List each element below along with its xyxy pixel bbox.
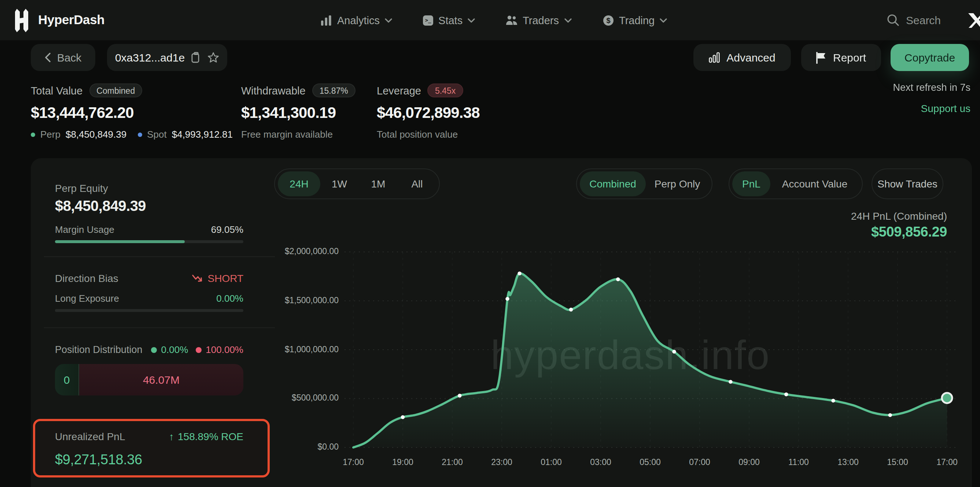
wallet-address-pill[interactable]: 0xa312...ad1e <box>107 44 227 71</box>
copytrade-button[interactable]: Copytrade <box>891 44 969 71</box>
support-us-link[interactable]: Support us <box>795 103 970 114</box>
pnl-current-marker[interactable] <box>942 393 952 403</box>
nav-item-traders[interactable]: Traders <box>506 14 571 26</box>
x-axis-tick-label: 01:00 <box>531 458 572 466</box>
top-nav: HyperDash Analytics >_ Stats <box>0 0 980 40</box>
x-axis-tick-label: 17:00 <box>926 458 967 466</box>
unrealized-pnl-label: Unrealized PnL <box>55 431 125 442</box>
nav-item-trading[interactable]: $ Trading <box>602 14 667 26</box>
pnl-point-marker <box>784 393 788 396</box>
advanced-chart-icon <box>709 52 720 63</box>
nav-item-analytics[interactable]: Analytics <box>321 14 392 26</box>
perp-label: Perp <box>40 129 60 140</box>
x-axis-tick-label: 13:00 <box>827 458 869 466</box>
perp-equity-value: $8,450,849.39 <box>55 198 146 214</box>
x-axis-tick-label: 07:00 <box>679 458 720 466</box>
toggle-perp-only[interactable]: Perp Only <box>646 171 709 196</box>
pnl-point-marker <box>505 297 509 301</box>
terminal-icon: >_ <box>423 15 433 25</box>
x-axis-tick-label: 09:00 <box>729 458 770 466</box>
leverage-block: Leverage 5.45x $46,072,899.38 Total posi… <box>377 84 480 140</box>
report-label: Report <box>833 51 866 64</box>
direction-bias-label: Direction Bias <box>55 273 118 284</box>
tab-all[interactable]: All <box>398 171 436 196</box>
y-axis-tick-label: $500,000.00 <box>271 393 339 403</box>
chevron-down-icon <box>385 18 392 22</box>
report-button[interactable]: Report <box>801 44 881 71</box>
long-exposure-bar <box>55 309 243 312</box>
long-exposure-label: Long Exposure <box>55 293 119 304</box>
toggle-pnl[interactable]: PnL <box>732 171 770 196</box>
refresh-countdown: Next refresh in 7s <box>795 82 970 93</box>
tab-24h[interactable]: 24H <box>278 171 320 196</box>
y-axis-tick-label: $1,500,000.00 <box>271 296 339 305</box>
pnl-chart-svg[interactable] <box>345 249 960 462</box>
short-dot-icon <box>195 347 201 353</box>
nav-item-stats[interactable]: >_ Stats <box>423 14 475 26</box>
margin-usage-bar <box>55 240 243 243</box>
pnl-point-marker <box>831 399 835 403</box>
total-value-amount: $13,444,762.20 <box>31 104 233 122</box>
distribution-long-segment: 0 <box>55 364 79 395</box>
toggle-combined[interactable]: Combined <box>580 171 646 196</box>
copytrade-label: Copytrade <box>905 51 955 64</box>
advanced-button[interactable]: Advanced <box>694 44 791 71</box>
chevron-down-icon <box>468 18 475 22</box>
x-twitter-icon[interactable] <box>968 13 980 28</box>
toggle-account-value[interactable]: Account Value <box>770 171 859 196</box>
short-label: SHORT <box>208 273 244 284</box>
panel-divider <box>44 256 275 257</box>
margin-usage-value: 69.05% <box>211 224 243 235</box>
trend-down-icon <box>192 274 204 282</box>
hyperdash-logo[interactable] <box>12 8 31 33</box>
x-axis-tick-label: 03:00 <box>580 458 621 466</box>
combined-badge: Combined <box>89 84 142 97</box>
y-axis-tick-label: $0.00 <box>271 442 339 451</box>
brand-title[interactable]: HyperDash <box>38 13 105 28</box>
back-button[interactable]: Back <box>31 44 95 71</box>
mode-toggle: Combined Perp Only <box>576 168 713 199</box>
chart-pnl-header: 24H PnL (Combined) <box>771 210 947 222</box>
distribution-short-pct: 100.00% <box>205 344 243 355</box>
perp-dot-icon <box>31 132 35 136</box>
star-icon[interactable] <box>207 52 219 63</box>
long-dot-icon <box>151 347 157 353</box>
search-button[interactable]: Search <box>887 0 941 40</box>
x-axis-tick-label: 21:00 <box>432 458 473 466</box>
spot-dot-icon <box>137 132 142 136</box>
unrealized-pnl-value: $9,271,518.36 <box>55 452 142 468</box>
pnl-point-marker <box>616 278 620 281</box>
x-axis-tick-label: 11:00 <box>778 458 819 466</box>
hyperdash-page: HyperDash Analytics >_ Stats <box>0 0 980 487</box>
pnl-point-marker <box>729 380 732 383</box>
time-range-tabs: 24H 1W 1M All <box>274 168 440 199</box>
dollar-circle-icon: $ <box>602 14 614 26</box>
nav-menu: Analytics >_ Stats Traders <box>321 0 667 40</box>
x-axis-tick-label: 19:00 <box>382 458 423 466</box>
arrow-up-icon: ↑ <box>169 431 174 442</box>
tab-1m[interactable]: 1M <box>358 171 398 196</box>
advanced-label: Advanced <box>726 51 775 64</box>
wallet-address: 0xa312...ad1e <box>115 51 185 64</box>
copy-icon[interactable] <box>191 52 201 63</box>
people-icon <box>506 15 517 25</box>
withdrawable-sub: Free margin available <box>241 129 355 140</box>
perp-equity-label: Perp Equity <box>55 182 108 194</box>
pnl-point-marker <box>888 413 892 417</box>
spot-label: Spot <box>147 129 167 140</box>
unrealized-pnl-annotation-box <box>33 419 270 477</box>
withdrawable-badge: 15.87% <box>312 84 355 97</box>
show-trades-button[interactable]: Show Trades <box>872 168 943 199</box>
leverage-badge: 5.45x <box>428 84 463 97</box>
x-axis-tick-label: 23:00 <box>481 458 522 466</box>
total-value-label: Total Value <box>31 84 83 96</box>
distribution-short-segment: 46.07M <box>79 364 243 395</box>
metric-toggle: PnL Account Value <box>729 168 863 199</box>
position-distribution-bar: 0 46.07M <box>55 364 243 395</box>
search-icon <box>887 14 899 26</box>
total-value-block: Total Value Combined $13,444,762.20 Perp… <box>31 84 233 140</box>
withdrawable-block: Withdrawable 15.87% $1,341,300.19 Free m… <box>241 84 355 140</box>
long-exposure-value: 0.00% <box>216 293 243 304</box>
tab-1w[interactable]: 1W <box>320 171 358 196</box>
y-axis-tick-label: $1,000,000.00 <box>271 344 339 353</box>
